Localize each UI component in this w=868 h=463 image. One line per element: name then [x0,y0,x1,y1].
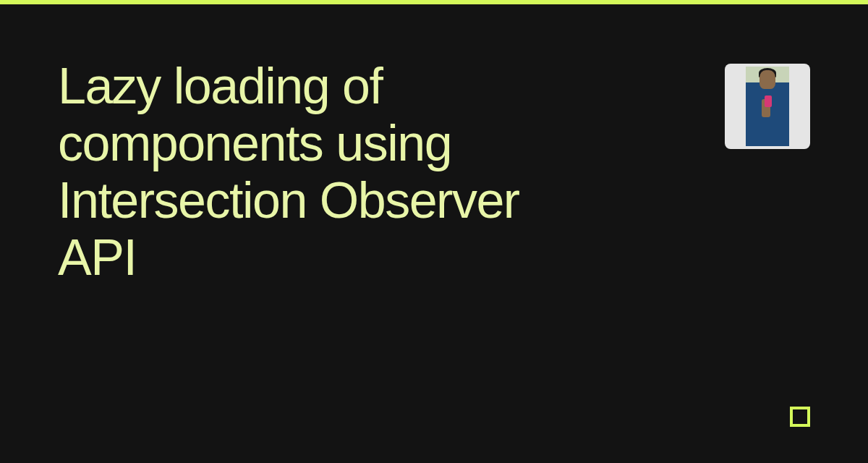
content-area: Lazy loading of components using Interse… [58,58,810,286]
square-icon [790,407,810,427]
page-title: Lazy loading of components using Interse… [58,58,579,286]
author-avatar [725,64,810,149]
avatar-image [746,67,789,146]
top-accent-bar [0,0,868,4]
